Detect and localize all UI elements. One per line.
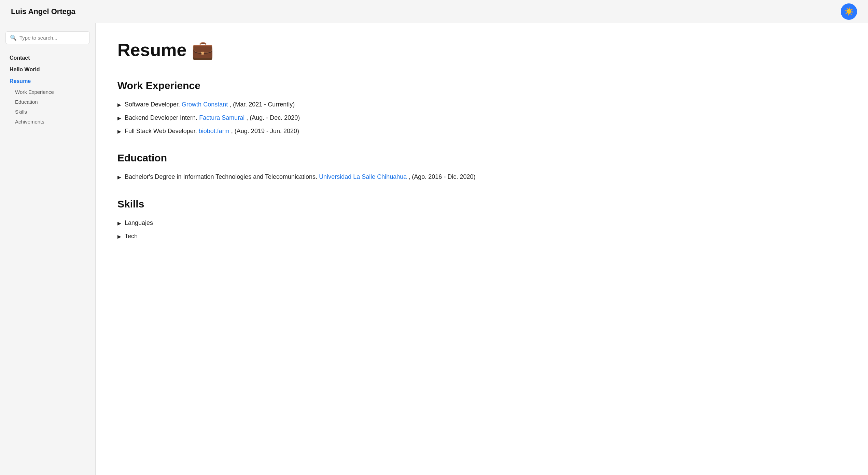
section-work-experience: Work Experience ▶ Software Developer. Gr… [117, 80, 846, 136]
skills-title: Skills [117, 198, 846, 210]
section-education: Education ▶ Bachelor's Degree in Informa… [117, 152, 846, 182]
education-title: Education [117, 152, 846, 164]
work-item-1-text: Software Developer. Growth Constant , (M… [125, 100, 295, 110]
bullet-arrow-icon: ▶ [117, 114, 121, 122]
work-experience-list: ▶ Software Developer. Growth Constant , … [117, 100, 846, 136]
list-item: ▶ Backend Developer Intern. Factura Samu… [117, 113, 846, 123]
bullet-arrow-icon: ▶ [117, 219, 121, 227]
university-link[interactable]: Universidad La Salle Chihuahua [319, 173, 408, 180]
sidebar-item-hello-world[interactable]: Hello World [5, 64, 90, 75]
list-item: ▶ Tech [117, 231, 846, 241]
work-item-2-text: Backend Developer Intern. Factura Samura… [125, 113, 300, 123]
layout: 🔍 Contact Hello World Resume Work Experi… [0, 23, 868, 475]
biobot-farm-link[interactable]: biobot.farm [199, 128, 231, 134]
sidebar: 🔍 Contact Hello World Resume Work Experi… [0, 23, 96, 475]
sidebar-item-resume[interactable]: Resume [5, 75, 90, 87]
growth-constant-link[interactable]: Growth Constant [182, 101, 229, 108]
bullet-arrow-icon: ▶ [117, 173, 121, 181]
list-item: ▶ Languajes [117, 218, 846, 228]
work-experience-title: Work Experience [117, 80, 846, 91]
factura-samurai-link[interactable]: Factura Samurai [199, 114, 246, 121]
section-skills: Skills ▶ Languajes ▶ Tech [117, 198, 846, 241]
work-item-3-text: Full Stack Web Developer. biobot.farm , … [125, 126, 299, 136]
sidebar-sub-item-education[interactable]: Education [5, 97, 90, 107]
search-icon: 🔍 [10, 34, 17, 41]
title-divider [117, 66, 846, 66]
sun-icon: ☀️ [844, 7, 854, 16]
bullet-arrow-icon: ▶ [117, 128, 121, 135]
education-list: ▶ Bachelor's Degree in Information Techn… [117, 172, 846, 182]
search-container: 🔍 [5, 31, 90, 44]
sidebar-sub-item-achivements[interactable]: Achivements [5, 117, 90, 127]
sidebar-sub-item-skills[interactable]: Skills [5, 107, 90, 117]
navbar: Luis Angel Ortega ☀️ [0, 0, 868, 23]
list-item: ▶ Software Developer. Growth Constant , … [117, 100, 846, 110]
list-item: ▶ Full Stack Web Developer. biobot.farm … [117, 126, 846, 136]
page-title: Resume 💼 [117, 40, 846, 60]
sidebar-item-contact[interactable]: Contact [5, 52, 90, 64]
education-item-1-text: Bachelor's Degree in Information Technol… [125, 172, 475, 182]
skills-list: ▶ Languajes ▶ Tech [117, 218, 846, 241]
bullet-arrow-icon: ▶ [117, 233, 121, 240]
sidebar-sub-item-work-experience[interactable]: Work Experience [5, 87, 90, 97]
list-item: ▶ Bachelor's Degree in Information Techn… [117, 172, 846, 182]
main-content: Resume 💼 Work Experience ▶ Software Deve… [96, 23, 868, 475]
search-input[interactable] [19, 35, 85, 41]
bullet-arrow-icon: ▶ [117, 101, 121, 109]
app-title: Luis Angel Ortega [11, 7, 75, 16]
theme-toggle-button[interactable]: ☀️ [841, 3, 857, 20]
